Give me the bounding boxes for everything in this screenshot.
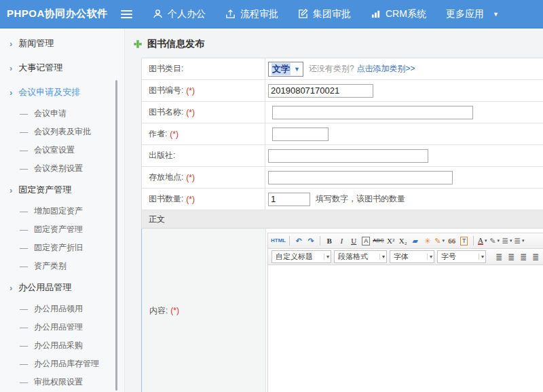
- plus-icon: [134, 40, 142, 48]
- unordered-list-icon[interactable]: ≣▾: [514, 235, 525, 247]
- caret-down-icon: ▾: [479, 254, 484, 260]
- format-painter-icon[interactable]: ✎▾: [434, 235, 445, 247]
- blockquote-glyph: 66: [448, 237, 455, 245]
- toolbar-separator: [473, 236, 474, 246]
- dash-icon: —: [20, 305, 28, 314]
- sidebar-group-item[interactable]: ›新闻管理: [0, 31, 124, 56]
- html-source-icon[interactable]: HTML: [271, 235, 286, 247]
- font-size-select[interactable]: 字号▾: [437, 250, 486, 263]
- process-approval-icon: [225, 9, 236, 19]
- undo-icon[interactable]: ↶: [293, 235, 304, 247]
- dash-icon: —: [20, 262, 28, 271]
- sidebar-subitem[interactable]: —会议申请: [0, 104, 124, 123]
- book-no-input[interactable]: [268, 84, 373, 98]
- sidebar-subitem[interactable]: —办公用品领用: [0, 300, 124, 318]
- author-input[interactable]: [272, 128, 329, 141]
- sidebar-subitem[interactable]: —会议类别设置: [0, 159, 124, 178]
- sidebar-group-item[interactable]: ›办公用品管理: [0, 275, 124, 300]
- dash-icon: —: [20, 128, 28, 137]
- page-title: 图书信息发布: [126, 28, 543, 58]
- paste-as-text-icon[interactable]: T: [459, 235, 470, 247]
- sidebar-scrollbar[interactable]: [115, 80, 117, 391]
- format-painter-glyph: ✎: [434, 237, 441, 245]
- superscript-icon[interactable]: X²: [386, 235, 396, 247]
- form-row-quantity: 图书数量: (*) 填写数字，该图书的数量: [142, 189, 543, 210]
- font-family-select[interactable]: 字体▾: [390, 250, 434, 263]
- nav-more-apps[interactable]: 更多应用: [446, 8, 484, 20]
- toolbar-separator: [289, 236, 290, 246]
- justify-icon[interactable]: ≣: [530, 251, 541, 263]
- caret-down-icon[interactable]: ▼: [493, 11, 499, 18]
- sidebar-group-item[interactable]: ›大事记管理: [0, 56, 124, 80]
- custom-title-select[interactable]: 自定义标题▾: [272, 250, 331, 263]
- no-category-text: 还没有类别?: [309, 63, 354, 75]
- editor-content-area[interactable]: [267, 265, 543, 392]
- form-row-content: 内容: (*) HTML↶↷BIUAABCX²X₂▰✳✎▾66TA▾✎▾≣▾≣▾…: [141, 229, 543, 392]
- nav-crm-system[interactable]: CRM系统: [371, 8, 426, 20]
- clean-format-icon[interactable]: ✳: [422, 235, 433, 247]
- sidebar-subitem[interactable]: —办公用品管理: [0, 318, 124, 336]
- form-row-location: 存放地点: (*): [142, 167, 543, 189]
- book-name-input[interactable]: [272, 106, 473, 119]
- sidebar-subitem-label: 办公用品采购: [34, 340, 83, 351]
- caret-down-icon: ▾: [485, 238, 487, 243]
- eraser-icon[interactable]: ▰: [410, 235, 421, 247]
- dash-icon: —: [20, 378, 28, 387]
- sidebar-subitem[interactable]: —办公用品采购: [0, 336, 124, 355]
- blockquote-icon[interactable]: 66: [447, 235, 457, 247]
- ordered-list-icon[interactable]: ≣▾: [502, 235, 512, 247]
- sidebar-group-item[interactable]: ›固定资产管理: [0, 178, 124, 202]
- nav-group-approval[interactable]: 集团审批: [298, 8, 351, 20]
- sidebar-subitem[interactable]: —固定资产管理: [0, 220, 124, 239]
- quantity-input[interactable]: [268, 193, 310, 206]
- publisher-input[interactable]: [268, 149, 428, 163]
- bold-icon[interactable]: B: [324, 235, 335, 247]
- required-mark: (*): [170, 130, 179, 139]
- sidebar-subitem[interactable]: —审批权限设置: [0, 373, 124, 391]
- category-select[interactable]: 文学 ▼: [268, 62, 303, 77]
- align-left-icon[interactable]: ≣: [493, 251, 504, 263]
- sidebar-subitem[interactable]: —固定资产折旧: [0, 239, 124, 257]
- char-border-icon[interactable]: A: [360, 235, 371, 247]
- form-row-publisher: 出版社:: [142, 145, 543, 167]
- sidebar-subitem-label: 会议列表及审批: [34, 126, 91, 138]
- chevron-right-icon: ›: [10, 283, 12, 292]
- unordered-list-glyph: ≣: [514, 237, 521, 245]
- subscript-icon[interactable]: X₂: [398, 235, 409, 247]
- sidebar-group-item[interactable]: ›会议申请及安排: [0, 80, 124, 104]
- location-input[interactable]: [268, 171, 453, 184]
- dash-icon: —: [20, 146, 28, 155]
- sidebar: ›新闻管理›大事记管理›会议申请及安排—会议申请—会议列表及审批—会议室设置—会…: [0, 28, 125, 392]
- category-selected-value: 文学: [272, 63, 291, 75]
- sidebar-subitem[interactable]: —会议列表及审批: [0, 123, 124, 141]
- nav-personal-office[interactable]: 个人办公: [153, 8, 206, 20]
- topbar: PHPOA协同办公软件 个人办公 流程审批 集团审批 CRM系统 更多应用 ▼: [0, 0, 543, 28]
- sidebar-subitem[interactable]: —增加固定资产: [0, 202, 124, 220]
- hamburger-menu-icon[interactable]: [121, 10, 132, 18]
- align-center-icon[interactable]: ≣: [506, 251, 517, 263]
- sidebar-subitem-label: 资产类别: [34, 260, 67, 272]
- dash-icon: —: [20, 243, 28, 253]
- paste-as-text-glyph: T: [460, 237, 468, 246]
- redo-glyph: ↷: [308, 237, 314, 245]
- paragraph-format-select[interactable]: 段落格式▾: [334, 250, 387, 263]
- field-label: 存放地点:: [149, 172, 183, 183]
- rich-text-editor: HTML↶↷BIUAABCX²X₂▰✳✎▾66TA▾✎▾≣▾≣▾ 自定义标题▾段…: [267, 233, 543, 392]
- add-category-link[interactable]: 点击添加类别>>: [357, 63, 415, 75]
- font-color-icon[interactable]: A▾: [477, 235, 488, 247]
- sidebar-subitem[interactable]: —办公用品库存管理: [0, 355, 124, 373]
- section-header-body: 正文: [142, 210, 543, 229]
- align-right-icon[interactable]: ≣: [518, 251, 529, 263]
- sidebar-subitem-label: 固定资产管理: [34, 224, 83, 235]
- sidebar-group-label: 大事记管理: [18, 62, 62, 74]
- nav-process-approval[interactable]: 流程审批: [225, 8, 278, 20]
- redo-icon[interactable]: ↷: [305, 235, 316, 247]
- italic-icon[interactable]: I: [336, 235, 347, 247]
- highlight-pen-icon[interactable]: ✎▾: [489, 235, 500, 247]
- nav-label: CRM系统: [386, 8, 426, 20]
- strikethrough-icon[interactable]: ABC: [373, 235, 383, 247]
- sidebar-subitem-label: 会议室设置: [34, 144, 75, 156]
- sidebar-subitem[interactable]: —资产类别: [0, 257, 124, 275]
- underline-icon[interactable]: U: [348, 235, 359, 247]
- sidebar-subitem[interactable]: —会议室设置: [0, 141, 124, 159]
